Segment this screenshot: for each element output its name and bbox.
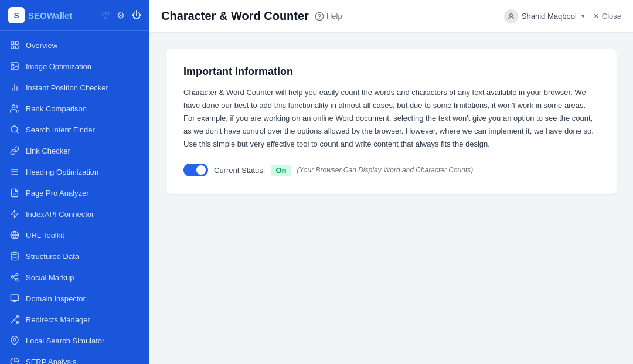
sidebar-item-label: Social Markup (26, 273, 74, 282)
svg-line-22 (13, 275, 16, 277)
bar-chart-icon (9, 82, 20, 93)
sidebar-item-heading-optimization[interactable]: Heading Optimization (0, 161, 149, 182)
share-icon (9, 272, 20, 283)
sidebar-item-label: Domain Inspector (26, 294, 86, 303)
globe-icon (9, 230, 20, 240)
content-area: Important Information Character & Word C… (149, 33, 633, 364)
pie-chart-icon (9, 356, 20, 364)
page-title: Character & Word Counter (161, 9, 309, 23)
sidebar-item-label: Page Pro Analyzer (26, 189, 89, 198)
user-info[interactable]: Shahid Maqbool ▼ (504, 9, 586, 23)
sidebar-item-label: Structured Data (26, 252, 79, 261)
zap-icon (9, 209, 20, 219)
status-toggle[interactable] (183, 164, 208, 176)
sidebar-item-label: Heading Optimization (26, 168, 98, 176)
sidebar-item-label: Instant Position Checker (26, 83, 108, 92)
close-label: Close (602, 12, 621, 21)
sidebar-item-label: Image Optimization (26, 62, 91, 71)
main-content: Character & Word Counter Help Shahid Maq… (149, 0, 633, 364)
map-pin-icon (9, 335, 20, 346)
sidebar-item-instant-position-checker[interactable]: Instant Position Checker (0, 77, 149, 98)
sidebar-item-indexapi-connector[interactable]: IndexAPI Connector (0, 203, 149, 224)
image-icon (9, 61, 20, 72)
sidebar-item-image-optimization[interactable]: Image Optimization (0, 56, 149, 77)
topbar-right: Shahid Maqbool ▼ ✕ Close (504, 9, 621, 23)
monitor-icon (9, 293, 20, 304)
svg-rect-3 (15, 46, 18, 49)
topbar: Character & Word Counter Help Shahid Maq… (149, 0, 633, 33)
sidebar-nav: Overview Image Optimization Instant Posi… (0, 31, 149, 364)
svg-point-9 (12, 105, 15, 108)
status-label: Current Status: (214, 166, 265, 175)
avatar (504, 9, 518, 23)
sidebar-item-label: Redirects Manager (26, 315, 90, 324)
heading-icon (9, 166, 20, 177)
svg-line-11 (16, 131, 18, 133)
user-name: Shahid Maqbool (522, 12, 577, 21)
search-icon (9, 124, 20, 135)
sidebar-item-label: Local Search Simulator (26, 336, 104, 345)
power-icon[interactable]: ⏻ (132, 10, 141, 21)
sidebar-header: S SEOWallet ♡ ⚙ ⏻ (0, 0, 149, 31)
close-button[interactable]: ✕ Close (593, 12, 621, 21)
logo-text: SEOWallet (28, 11, 72, 21)
sidebar: S SEOWallet ♡ ⚙ ⏻ Overview Image Optimiz… (0, 0, 149, 364)
sidebar-item-overview[interactable]: Overview (0, 35, 149, 56)
info-card-text: Character & Word Counter will help you e… (183, 86, 599, 151)
status-note: (Your Browser Can Display Word and Chara… (297, 166, 474, 174)
sidebar-item-rank-comparison[interactable]: Rank Comparison (0, 98, 149, 119)
database-icon (9, 251, 20, 261)
sidebar-item-search-intent-finder[interactable]: Search Intent Finder (0, 119, 149, 140)
svg-point-5 (13, 64, 14, 66)
sidebar-item-social-markup[interactable]: Social Markup (0, 267, 149, 288)
gear-icon[interactable]: ⚙ (117, 10, 125, 21)
sidebar-item-domain-inspector[interactable]: Domain Inspector (0, 288, 149, 309)
svg-point-17 (11, 252, 18, 254)
shuffle-icon (9, 314, 20, 325)
users-icon (9, 103, 20, 114)
sidebar-item-label: Search Intent Finder (26, 125, 95, 134)
sidebar-item-url-toolkit[interactable]: URL Toolkit (0, 224, 149, 246)
sidebar-item-label: IndexAPI Connector (26, 210, 94, 219)
svg-marker-14 (11, 210, 18, 217)
logo-icon: S (8, 7, 25, 23)
sidebar-action-icons: ♡ ⚙ ⏻ (101, 10, 141, 21)
sidebar-item-redirects-manager[interactable]: Redirects Manager (0, 309, 149, 330)
svg-rect-23 (11, 295, 18, 300)
chevron-down-icon: ▼ (580, 13, 586, 19)
heart-icon[interactable]: ♡ (101, 10, 110, 21)
svg-rect-2 (11, 46, 14, 49)
help-icon (315, 12, 324, 21)
toggle-slider (183, 164, 208, 176)
close-x-icon: ✕ (593, 12, 600, 21)
sidebar-item-serp-analysis[interactable]: SERP Analysis (0, 351, 149, 364)
help-link[interactable]: Help (315, 12, 342, 21)
grid-icon (9, 40, 20, 50)
sidebar-logo: S SEOWallet (8, 7, 72, 23)
sidebar-item-label: Overview (26, 41, 57, 50)
topbar-left: Character & Word Counter Help (161, 9, 342, 23)
sidebar-item-label: Link Checker (26, 147, 70, 155)
svg-point-28 (13, 339, 16, 341)
info-card-title: Important Information (183, 66, 599, 78)
info-card: Important Information Character & Word C… (166, 49, 617, 194)
sidebar-item-label: Rank Comparison (26, 104, 87, 113)
svg-rect-0 (11, 42, 14, 45)
help-label: Help (326, 12, 342, 21)
sidebar-item-link-checker[interactable]: Link Checker (0, 140, 149, 161)
svg-line-21 (13, 278, 16, 280)
status-row: Current Status: On (Your Browser Can Dis… (183, 164, 599, 176)
link-icon (9, 145, 20, 156)
file-text-icon (9, 188, 20, 198)
svg-rect-1 (15, 42, 18, 45)
sidebar-item-label: URL Toolkit (26, 231, 64, 240)
sidebar-item-structured-data[interactable]: Structured Data (0, 246, 149, 267)
status-on-badge: On (271, 165, 291, 176)
sidebar-item-local-search-simulator[interactable]: Local Search Simulator (0, 330, 149, 351)
sidebar-item-page-pro-analyzer[interactable]: Page Pro Analyzer (0, 182, 149, 203)
sidebar-item-label: SERP Analysis (26, 358, 76, 365)
svg-point-49 (510, 13, 513, 16)
